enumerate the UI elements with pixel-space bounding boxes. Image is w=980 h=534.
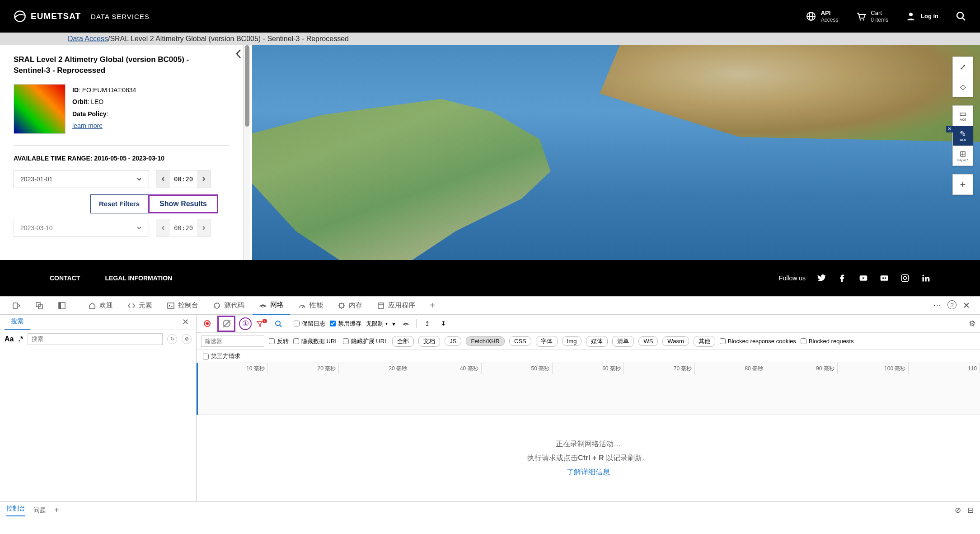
- third-party-checkbox[interactable]: 第三方请求: [203, 352, 974, 360]
- time-next-button[interactable]: [197, 170, 211, 188]
- filter-toggle[interactable]: •: [256, 318, 268, 330]
- filter-img[interactable]: Img: [562, 336, 582, 346]
- case-sensitive-toggle[interactable]: Aa: [5, 335, 14, 343]
- help-icon[interactable]: ?: [947, 300, 957, 309]
- time-next-button[interactable]: [197, 219, 211, 236]
- twitter-icon[interactable]: [817, 274, 826, 283]
- date-from-input[interactable]: 2023-01-01: [14, 170, 149, 188]
- tab-elements[interactable]: 元素: [121, 297, 159, 315]
- network-timeline[interactable]: 10 毫秒20 毫秒30 毫秒40 毫秒50 毫秒60 毫秒70 毫秒80 毫秒…: [197, 363, 980, 415]
- hide-data-url-checkbox[interactable]: 隐藏数据 URL: [293, 337, 338, 345]
- breadcrumb-current: SRAL Level 2 Altimetry Global (version B…: [110, 35, 349, 43]
- filter-font[interactable]: 字体: [536, 336, 558, 347]
- preserve-log-checkbox[interactable]: 保留日志: [294, 320, 325, 328]
- login-link[interactable]: Log in: [905, 11, 938, 22]
- timeline-tick: 10 毫秒: [197, 363, 268, 374]
- learn-more-devtools-link[interactable]: 了解详细信息: [567, 468, 610, 477]
- date-to-input[interactable]: 2023-03-10: [14, 219, 149, 237]
- close-search-panel[interactable]: ✕: [179, 317, 192, 330]
- reset-filters-button[interactable]: Reset Filters: [90, 194, 148, 213]
- clear-network-button[interactable]: [217, 316, 235, 332]
- footer-legal-link[interactable]: LEGAL INFORMATION: [105, 274, 172, 282]
- devtools-device-toggle[interactable]: [6, 297, 27, 315]
- devtools-dock-toggle[interactable]: [52, 297, 72, 315]
- facebook-icon[interactable]: [838, 274, 847, 283]
- filter-doc[interactable]: 文档: [418, 336, 440, 347]
- clear-search-icon[interactable]: ⊘: [182, 334, 192, 344]
- instagram-icon[interactable]: [900, 274, 910, 283]
- filter-manifest[interactable]: 清单: [612, 336, 634, 347]
- map-viewport[interactable]: ⤢ ◇ ▭AOI ✕✎AOI ⊞EQUI7 +: [252, 45, 980, 260]
- time-range-label: AVAILABLE TIME RANGE: 2016-05-05 - 2023-…: [14, 155, 230, 162]
- tab-sources[interactable]: 源代码: [206, 297, 251, 315]
- close-devtools-icon[interactable]: ✕: [963, 300, 970, 311]
- search-icon[interactable]: [956, 11, 966, 22]
- show-results-button[interactable]: Show Results: [148, 194, 218, 213]
- learn-more-link[interactable]: learn more: [72, 122, 103, 129]
- linkedin-icon[interactable]: [921, 274, 930, 283]
- upload-har-icon[interactable]: ↥: [421, 318, 433, 330]
- search-panel-tab[interactable]: 搜索: [5, 314, 30, 330]
- footer-contact-link[interactable]: CONTACT: [50, 274, 80, 282]
- filter-ws[interactable]: WS: [638, 336, 658, 346]
- api-access-link[interactable]: APIAccess: [806, 9, 839, 23]
- collapse-sidebar-button[interactable]: [234, 47, 243, 62]
- blocked-cookies-checkbox[interactable]: Blocked response cookies: [720, 338, 796, 345]
- tab-console[interactable]: 控制台: [160, 297, 205, 315]
- hide-ext-url-checkbox[interactable]: 隐藏扩展 URL: [343, 337, 388, 345]
- breadcrumb-root[interactable]: Data Access: [68, 35, 108, 43]
- timeline-tick: 80 毫秒: [695, 363, 766, 374]
- close-icon[interactable]: ✕: [946, 126, 953, 132]
- drawer-add-tab[interactable]: +: [54, 506, 59, 515]
- throttling-select[interactable]: 无限制 ▾: [366, 320, 388, 328]
- map-tool-aoi-poly[interactable]: ✕✎AOI: [953, 126, 973, 146]
- youtube-icon[interactable]: [859, 274, 868, 283]
- search-toggle[interactable]: [272, 318, 284, 330]
- tab-welcome[interactable]: 欢迎: [82, 297, 119, 315]
- drawer-errors-icon[interactable]: ⊘: [955, 506, 961, 515]
- filters-sidebar: SRAL Level 2 Altimetry Global (version B…: [0, 45, 243, 260]
- devtools-inspect-toggle[interactable]: [29, 297, 50, 315]
- tab-application[interactable]: 应用程序: [370, 297, 422, 315]
- filter-wasm[interactable]: Wasm: [662, 336, 689, 346]
- filter-js[interactable]: JS: [445, 336, 461, 346]
- flickr-icon[interactable]: [880, 274, 889, 283]
- map-landmass-africa: [580, 45, 980, 142]
- tab-network[interactable]: 网络: [253, 297, 290, 315]
- record-button[interactable]: [201, 318, 213, 330]
- disable-cache-checkbox[interactable]: 禁用缓存: [330, 320, 361, 328]
- time-prev-button[interactable]: [156, 170, 170, 188]
- map-tool-zoom-in[interactable]: +: [953, 175, 973, 194]
- filter-other[interactable]: 其他: [694, 336, 715, 347]
- map-tool-layers[interactable]: ◇: [953, 77, 973, 97]
- map-tool-measure[interactable]: ⤢: [953, 57, 973, 77]
- map-tool-aoi-rect[interactable]: ▭AOI: [953, 106, 973, 126]
- invert-checkbox[interactable]: 反转: [269, 337, 289, 345]
- filter-media[interactable]: 媒体: [586, 336, 608, 347]
- devtools-search-input[interactable]: [28, 333, 163, 345]
- recording-label: 正在录制网络活动…: [556, 439, 621, 449]
- more-icon[interactable]: ⋯: [933, 300, 941, 311]
- filter-all[interactable]: 全部: [392, 336, 414, 347]
- filter-fetch-xhr[interactable]: Fetch/XHR: [466, 336, 505, 346]
- drawer-collapse-icon[interactable]: ⊟: [967, 506, 974, 515]
- time-prev-button[interactable]: [156, 219, 170, 236]
- drawer-console-tab[interactable]: 控制台: [6, 505, 25, 516]
- tab-memory[interactable]: 内存: [331, 297, 369, 315]
- map-tool-equi7[interactable]: ⊞EQUI7: [953, 146, 973, 165]
- devtools-tabs: 欢迎 元素 控制台 源代码 网络 性能 内存 应用程序 + ⋯ ? ✕: [0, 297, 980, 315]
- regex-toggle[interactable]: .*: [18, 335, 23, 343]
- network-settings-icon[interactable]: ⚙: [969, 319, 975, 328]
- tab-performance[interactable]: 性能: [292, 297, 329, 315]
- drawer-issues-tab[interactable]: 问题: [33, 506, 46, 515]
- blocked-requests-checkbox[interactable]: Blocked requests: [801, 338, 854, 345]
- filter-css[interactable]: CSS: [509, 336, 531, 346]
- download-har-icon[interactable]: ↧: [437, 318, 449, 330]
- tab-add[interactable]: +: [423, 297, 441, 315]
- network-conditions-icon[interactable]: [400, 318, 412, 330]
- cart-link[interactable]: Cart0 items: [855, 9, 888, 23]
- filter-text-input[interactable]: [201, 336, 264, 347]
- brand-logo[interactable]: EUMETSAT DATA SERVICES: [14, 10, 150, 23]
- refresh-icon[interactable]: ↻: [167, 334, 177, 344]
- sidebar-scrollbar[interactable]: [243, 45, 250, 260]
